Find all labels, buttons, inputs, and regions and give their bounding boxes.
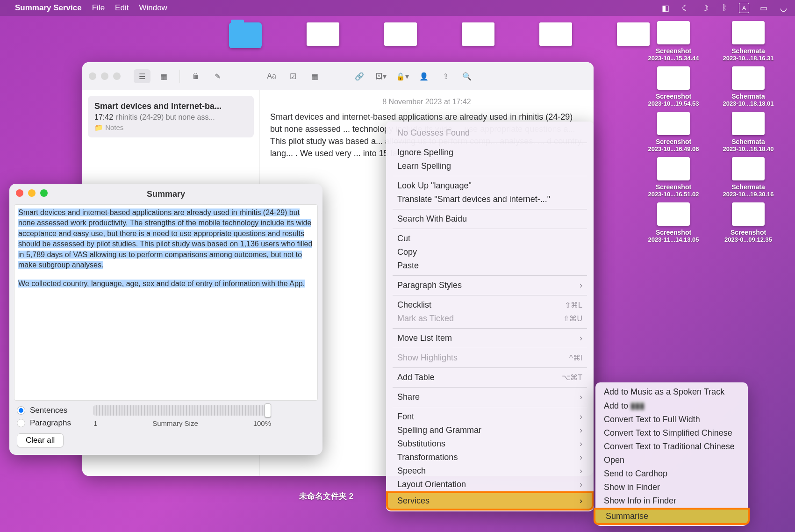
menu-window[interactable]: Window	[139, 3, 167, 13]
desktop-file[interactable]: Screenshot2023-10...16.49.06	[641, 112, 706, 152]
ctx-mark-ticked: Mark as Ticked⇧⌘U	[388, 312, 592, 325]
svc-summarise[interactable]: Summarise	[594, 508, 750, 525]
menubar: Summary Service File Edit Window ◧ ☾ ☽ ᛒ…	[0, 0, 795, 16]
svc-convert-full-width[interactable]: Convert Text to Full Width	[595, 413, 748, 426]
desktop-file[interactable]: Screenshot2023-10...15.34.44	[641, 21, 706, 62]
ctx-cut[interactable]: Cut	[388, 232, 592, 245]
radio-paragraphs[interactable]: Paragraphs	[17, 418, 87, 428]
ctx-add-table[interactable]: Add Table⌥⌘T	[388, 371, 592, 384]
services-submenu: Add to Music as a Spoken Track Add to ▮▮…	[595, 382, 748, 526]
summary-window: Summary Smart devices and internet-based…	[9, 184, 322, 455]
desktop-file[interactable]: Schermata2023-10...18.18.40	[716, 112, 781, 152]
note-time: 17:42	[94, 113, 113, 121]
svc-send-cardhop[interactable]: Send to Cardhop	[595, 467, 748, 481]
desktop-file[interactable]: Schermata2023-10...18.16.31	[716, 21, 781, 62]
summary-title: Summary	[147, 189, 185, 199]
notes-toolbar: ☰ ▦ 🗑 ✎ Aa ☑ ▦ 🔗 🖼▾ 🔒▾ 👤 ⇪ 🔍	[82, 62, 594, 90]
ctx-font[interactable]: Font›	[388, 410, 592, 424]
list-view-button[interactable]: ☰	[134, 69, 150, 83]
trash-button[interactable]: 🗑	[187, 69, 204, 83]
desktop-thumb[interactable]	[539, 22, 572, 46]
ctx-show-highlights: Show Highlights^⌘I	[388, 351, 592, 365]
ctx-translate[interactable]: Translate "Smart devices and internet-..…	[388, 193, 592, 206]
svc-open[interactable]: Open	[595, 453, 748, 467]
ctx-services[interactable]: Services›	[386, 491, 594, 510]
summary-size-slider[interactable]	[93, 405, 271, 416]
svc-add-music[interactable]: Add to Music as a Spoken Track	[595, 385, 748, 399]
desktop-file[interactable]: Screenshot2023-11...14.13.05	[641, 202, 706, 243]
share-button[interactable]: ⇪	[437, 69, 454, 83]
clear-all-button[interactable]: Clear all	[17, 433, 64, 447]
desktop-file[interactable]: Screenshot2023-10...19.54.53	[641, 66, 706, 107]
ctx-spelling-grammar[interactable]: Spelling and Grammar›	[388, 424, 592, 437]
battery-icon[interactable]: ▭	[759, 3, 769, 13]
wifi-icon[interactable]: ◡	[778, 3, 788, 13]
ctx-layout-orientation[interactable]: Layout Orientation›	[388, 478, 592, 491]
svc-add-to[interactable]: Add to ▮▮▮	[595, 399, 748, 413]
link-button[interactable]: 🔗	[351, 69, 368, 83]
slider-label: Summary Size	[152, 419, 198, 427]
desktop-right-column: Screenshot2023-10...15.34.44 Schermata20…	[641, 21, 786, 243]
status-icon-3[interactable]: ☽	[700, 3, 710, 13]
summary-text-p2: We collected country, language, age, sex…	[18, 280, 305, 288]
desktop-thumb[interactable]	[384, 22, 417, 46]
context-menu: No Guesses Found Ignore Spelling Learn S…	[386, 122, 594, 511]
svc-convert-traditional[interactable]: Convert Text to Traditional Chinese	[595, 440, 748, 453]
ctx-paste[interactable]: Paste	[388, 259, 592, 273]
window-controls[interactable]	[16, 189, 48, 197]
slider-min: 1	[93, 419, 97, 427]
note-folder: 📁 Notes	[94, 123, 247, 132]
summary-text-area[interactable]: Smart devices and internet-based applica…	[14, 204, 318, 401]
desktop-thumb[interactable]	[307, 22, 339, 46]
desktop-top-row	[229, 22, 650, 51]
format-button[interactable]: Aa	[263, 69, 280, 83]
ctx-checklist[interactable]: Checklist⇧⌘L	[388, 298, 592, 312]
compose-button[interactable]: ✎	[209, 69, 226, 83]
desktop-file[interactable]: Screenshot2023-0...09.12.35	[716, 202, 781, 243]
svc-show-finder[interactable]: Show in Finder	[595, 481, 748, 494]
note-date: 8 November 2023 at 17:42	[270, 98, 583, 106]
menu-edit[interactable]: Edit	[115, 3, 129, 13]
note-title: Smart devices and internet-ba...	[94, 101, 247, 111]
menu-file[interactable]: File	[92, 3, 105, 13]
bluetooth-icon[interactable]: ᛒ	[719, 3, 730, 13]
app-name[interactable]: Summary Service	[15, 3, 82, 13]
table-button[interactable]: ▦	[306, 69, 323, 83]
ctx-paragraph-styles[interactable]: Paragraph Styles›	[388, 279, 592, 292]
status-icon-2[interactable]: ☾	[680, 3, 690, 13]
ctx-learn-spelling[interactable]: Learn Spelling	[388, 159, 592, 173]
ctx-transformations[interactable]: Transformations›	[388, 451, 592, 464]
ctx-copy[interactable]: Copy	[388, 245, 592, 259]
media-button[interactable]: 🖼▾	[372, 69, 389, 83]
note-preview: rhinitis (24-29) but none ass...	[116, 113, 215, 121]
window-controls[interactable]	[89, 72, 121, 80]
search-button[interactable]: 🔍	[458, 69, 475, 83]
desktop-file[interactable]: Schermata2023-10...18.18.01	[716, 66, 781, 107]
desktop-file[interactable]: Schermata2023-10...19.30.16	[716, 157, 781, 198]
collaborate-button[interactable]: 👤	[415, 69, 432, 83]
slider-max: 100%	[253, 419, 271, 427]
desktop-folder-label[interactable]: 未命名文件夹 2	[299, 491, 353, 502]
status-icon-1[interactable]: ◧	[660, 3, 671, 13]
ctx-ignore-spelling[interactable]: Ignore Spelling	[388, 146, 592, 159]
input-source-icon[interactable]: A	[739, 3, 749, 13]
svc-convert-simplified[interactable]: Convert Text to Simplified Chinese	[595, 426, 748, 440]
grid-view-button[interactable]: ▦	[155, 69, 172, 83]
desktop-thumb[interactable]	[462, 22, 494, 46]
radio-sentences[interactable]: Sentences	[17, 406, 87, 415]
desktop-file[interactable]: Screenshot2023-10...16.51.02	[641, 157, 706, 198]
ctx-speech[interactable]: Speech›	[388, 464, 592, 478]
ctx-no-guesses: No Guesses Found	[388, 126, 592, 140]
ctx-share[interactable]: Share›	[388, 390, 592, 404]
ctx-look-up[interactable]: Look Up "language"	[388, 179, 592, 193]
summary-controls: Sentences Paragraphs 1 Summary Size 100%…	[9, 401, 322, 455]
note-list-item[interactable]: Smart devices and internet-ba... 17:42rh…	[88, 96, 254, 137]
svc-show-info-finder[interactable]: Show Info in Finder	[595, 494, 748, 508]
ctx-substitutions[interactable]: Substitutions›	[388, 437, 592, 451]
ctx-search-baidu[interactable]: Search With Baidu	[388, 212, 592, 226]
summary-titlebar: Summary	[9, 184, 322, 204]
checklist-button[interactable]: ☑	[285, 69, 301, 83]
ctx-move-list-item[interactable]: Move List Item›	[388, 331, 592, 345]
desktop-folder-icon[interactable]	[229, 22, 262, 48]
lock-button[interactable]: 🔒▾	[394, 69, 411, 83]
